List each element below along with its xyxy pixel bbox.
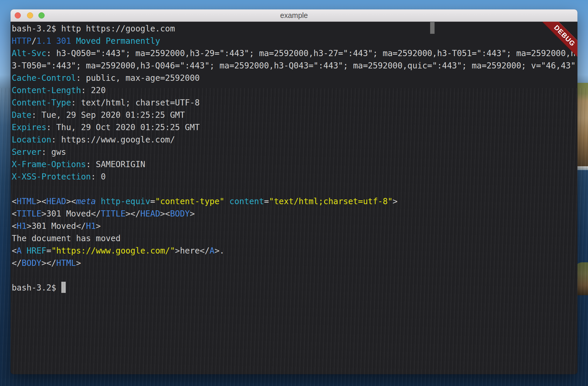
- text-segment: HTML: [17, 197, 36, 206]
- text-segment: The document has moved: [12, 234, 121, 243]
- text-segment: <: [12, 246, 17, 256]
- desktop-wallpaper: example bash-3.2$ http https://google.co…: [0, 0, 588, 386]
- text-segment: Server: [12, 147, 41, 157]
- terminal-line: <H1>301 Moved</H1>: [12, 220, 577, 232]
- text-segment: ></: [41, 258, 56, 268]
- text-segment: : Tue, 29 Sep 2020 01:25:25 GMT: [31, 110, 185, 120]
- text-segment: Content-Type: [12, 98, 71, 108]
- terminal-line: bash-3.2$ http https://google.com: [12, 23, 577, 35]
- text-segment: >: [76, 258, 81, 268]
- text-segment: HTTP: [12, 36, 31, 46]
- text-segment: >here</: [175, 246, 209, 256]
- text-segment: : text/html; charset=UTF-8: [71, 98, 200, 108]
- text-segment: content: [229, 197, 264, 206]
- text-segment: "content-type": [155, 197, 224, 206]
- text-segment: Moved Permanently: [76, 36, 160, 46]
- text-segment: <: [12, 221, 17, 231]
- text-segment: =: [46, 246, 51, 256]
- terminal-line: Date: Tue, 29 Sep 2020 01:25:25 GMT: [12, 109, 577, 121]
- text-segment: ><: [160, 209, 170, 219]
- text-segment: >301 Moved</: [27, 221, 86, 231]
- terminal-line: </BODY></HTML>: [12, 257, 577, 269]
- text-segment: Content-Length: [12, 85, 81, 95]
- text-segment: "https://www.google.com/": [51, 246, 175, 256]
- text-segment: ><: [36, 197, 46, 206]
- text-segment: [22, 246, 27, 256]
- text-segment: http-equiv: [101, 197, 150, 206]
- text-segment: : public, max-age=2592000: [76, 73, 200, 83]
- text-segment: >: [190, 209, 195, 219]
- terminal-line: 3-T050=":443"; ma=2592000,h3-Q046=":443"…: [12, 60, 577, 72]
- text-segment: : SAMEORIGIN: [86, 160, 145, 169]
- text-segment: : h3-Q050=":443"; ma=2592000,h3-29=":443…: [46, 48, 576, 58]
- window-titlebar[interactable]: example: [11, 9, 577, 22]
- terminal-line: Content-Length: 220: [12, 84, 577, 97]
- terminal-window: example bash-3.2$ http https://google.co…: [11, 9, 577, 374]
- text-segment: bash-3.2$ http https://google.com: [12, 24, 175, 33]
- terminal-line: Location: https://www.google.com/: [12, 134, 577, 146]
- terminal-line: Alt-Svc: h3-Q050=":443"; ma=2592000,h3-2…: [12, 47, 577, 60]
- text-segment: : gws: [41, 147, 66, 157]
- text-segment: H1: [86, 221, 96, 231]
- text-segment: BODY: [22, 258, 41, 268]
- text-segment: Location: [12, 135, 51, 145]
- text-segment: Date: [12, 110, 31, 120]
- terminal-line: <TITLE>301 Moved</TITLE></HEAD><BODY>: [12, 208, 577, 220]
- text-segment: <: [12, 209, 17, 219]
- text-segment: HREF: [27, 246, 46, 256]
- text-segment: ></: [126, 209, 141, 219]
- terminal-line: Expires: Thu, 29 Oct 2020 01:25:25 GMT: [12, 121, 577, 134]
- text-segment: <: [12, 197, 17, 206]
- text-segment: TITLE: [101, 209, 125, 219]
- terminal-line: [12, 269, 577, 282]
- text-segment: Expires: [12, 122, 46, 132]
- text-segment: [96, 197, 101, 206]
- text-segment: "text/html;charset=utf-8": [269, 197, 393, 206]
- terminal-line: The document has moved: [12, 232, 577, 245]
- text-segment: : Thu, 29 Oct 2020 01:25:25 GMT: [46, 122, 200, 132]
- text-segment: TITLE: [17, 209, 41, 219]
- text-segment: : 220: [81, 85, 106, 95]
- terminal-line: Server: gws: [12, 146, 577, 158]
- text-segment: >301 Moved</: [41, 209, 101, 219]
- text-segment: =: [150, 197, 155, 206]
- text-segment: >: [393, 197, 398, 206]
- text-segment: X-Frame-Options: [12, 160, 86, 169]
- terminal-line: X-Frame-Options: SAMEORIGIN: [12, 158, 577, 171]
- text-segment: meta: [76, 197, 96, 206]
- text-segment: >.: [214, 246, 224, 256]
- text-segment: A: [17, 246, 22, 256]
- terminal-cursor: [61, 282, 66, 293]
- text-segment: X-XSS-Protection: [12, 172, 91, 182]
- terminal-line: Content-Type: text/html; charset=UTF-8: [12, 97, 577, 109]
- text-segment: 3-T050=":443"; ma=2592000,h3-Q046=":443"…: [12, 61, 576, 71]
- text-segment: : https://www.google.com/: [51, 135, 175, 145]
- text-segment: A: [209, 246, 214, 256]
- text-segment: : 0: [91, 172, 106, 182]
- text-segment: H1: [17, 221, 27, 231]
- text-segment: BODY: [170, 209, 190, 219]
- terminal-line: bash-3.2$: [12, 282, 577, 294]
- window-title: example: [11, 9, 577, 21]
- text-segment: Cache-Control: [12, 73, 76, 83]
- terminal-line: [12, 183, 577, 195]
- terminal-screen[interactable]: bash-3.2$ http https://google.comHTTP/1.…: [11, 22, 577, 374]
- terminal-line: X-XSS-Protection: 0: [12, 171, 577, 183]
- terminal-line: <A HREF="https://www.google.com/">here</…: [12, 245, 577, 257]
- text-segment: ><: [66, 197, 76, 206]
- text-segment: /: [31, 36, 36, 46]
- text-segment: [224, 197, 229, 206]
- text-segment: </: [12, 258, 22, 268]
- text-segment: HTML: [56, 258, 76, 268]
- terminal-line: Cache-Control: public, max-age=2592000: [12, 72, 577, 84]
- text-segment: bash-3.2$: [12, 283, 61, 293]
- text-segment: 1.1 301: [36, 36, 76, 46]
- text-segment: HEAD: [140, 209, 160, 219]
- scrollbar-thumb[interactable]: [430, 22, 435, 34]
- terminal-line: HTTP/1.1 301 Moved Permanently: [12, 35, 577, 47]
- text-segment: =: [264, 197, 269, 206]
- text-segment: Alt-Svc: [12, 48, 46, 58]
- text-segment: >: [96, 221, 101, 231]
- terminal-line: <HTML><HEAD><meta http-equiv="content-ty…: [12, 195, 577, 208]
- text-segment: HEAD: [46, 197, 66, 206]
